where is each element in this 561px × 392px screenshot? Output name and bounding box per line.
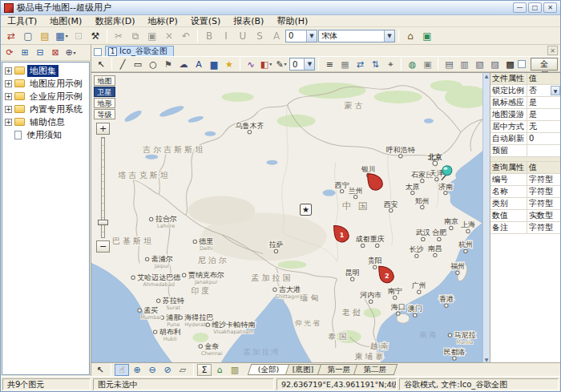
property-value[interactable]: 实数型 bbox=[527, 210, 560, 221]
picture-icon[interactable]: ▣ bbox=[420, 58, 434, 71]
property-value[interactable]: 字符型 bbox=[527, 174, 560, 185]
flip-h-icon[interactable]: ⇄ bbox=[353, 58, 367, 71]
property-value[interactable] bbox=[527, 145, 560, 156]
property-value[interactable]: 否▼ bbox=[527, 85, 560, 96]
tab-checkbox[interactable] bbox=[94, 48, 102, 56]
rect-tool-icon[interactable]: ▭ bbox=[131, 58, 145, 71]
zoom-slider[interactable] bbox=[101, 137, 105, 238]
line-tool-icon[interactable]: ╱ bbox=[115, 58, 130, 71]
tree-item-5[interactable]: 使用须知 bbox=[2, 128, 89, 141]
property-value[interactable]: 字符型 bbox=[527, 198, 560, 209]
close-button[interactable]: ✕ bbox=[543, 2, 557, 13]
view-rect-icon[interactable]: ▱ bbox=[176, 364, 190, 376]
menu-item-6[interactable]: 帮助(H) bbox=[270, 15, 314, 27]
navigate-icon[interactable]: ⌂ bbox=[212, 364, 227, 376]
layer-tab-0[interactable]: (全部) bbox=[248, 364, 290, 375]
scroll-up-icon[interactable]: ▲ bbox=[485, 73, 489, 79]
menu-item-0[interactable]: 工具(T) bbox=[1, 15, 43, 27]
star-tool-icon[interactable]: ★ bbox=[222, 58, 236, 71]
expand-icon[interactable]: + bbox=[5, 119, 12, 126]
expand-all-icon[interactable]: ⊕▾ bbox=[63, 46, 78, 59]
tree-item-2[interactable]: +企业应用示例 bbox=[2, 90, 89, 103]
property-value[interactable]: 无 bbox=[527, 121, 560, 132]
font-size-combo[interactable]: 0▼ bbox=[285, 30, 317, 42]
property-value[interactable]: 是 bbox=[527, 109, 560, 120]
expand-icon[interactable]: + bbox=[5, 106, 12, 113]
maximize-button[interactable]: □ bbox=[528, 2, 542, 13]
node-delete-icon[interactable]: ⊠ bbox=[48, 46, 63, 59]
export-image-icon[interactable]: ▣ bbox=[419, 29, 435, 43]
bring-front-icon[interactable]: ▤ bbox=[442, 58, 456, 71]
property-row-1[interactable]: 锁定比例否▼ bbox=[490, 85, 560, 97]
fullscreen-checkbox[interactable] bbox=[518, 60, 526, 68]
expand-icon[interactable]: + bbox=[5, 80, 12, 87]
property-row-5[interactable]: 自动刷新0 bbox=[490, 133, 560, 145]
pan-hand-icon[interactable]: ☝ bbox=[115, 364, 129, 376]
property-row-10[interactable]: 名称字符型 bbox=[490, 186, 560, 198]
panel-toggle-icon[interactable]: ⇄ bbox=[3, 29, 19, 43]
tree-item-3[interactable]: +内置专用系统 bbox=[2, 103, 89, 115]
line-style-icon[interactable]: ≡ bbox=[322, 58, 337, 71]
property-row-11[interactable]: 类别字符型 bbox=[490, 198, 560, 210]
zoom-out-icon[interactable]: ⊖ bbox=[145, 364, 159, 376]
menu-item-2[interactable]: 数据库(D) bbox=[88, 15, 141, 27]
scroll-down-icon[interactable]: ▼ bbox=[485, 357, 489, 362]
tree-refresh-icon[interactable]: ⟳ bbox=[2, 46, 17, 59]
pen-color-icon[interactable]: ✎▾ bbox=[274, 58, 289, 71]
property-row-6[interactable]: 预留 bbox=[490, 145, 560, 157]
pin-tool-icon[interactable]: ⚑ bbox=[161, 58, 176, 71]
map-type-2[interactable]: 地形 bbox=[94, 98, 115, 108]
flip-v-icon[interactable]: ⇅ bbox=[368, 58, 382, 71]
expand-icon[interactable]: + bbox=[5, 93, 12, 100]
home-icon[interactable]: ⌂ bbox=[402, 29, 418, 43]
menu-item-1[interactable]: 地图(M) bbox=[43, 15, 88, 27]
map-canvas[interactable]: 乌鲁木齐呼和浩特北京银川石家庄天津太原济南西宁兰州郑州西安成都重庆拉萨南京上海武… bbox=[91, 72, 482, 362]
chevron-down-icon[interactable]: ▼ bbox=[551, 86, 560, 95]
save-icon[interactable]: ▦▾ bbox=[54, 29, 70, 43]
zoom-minus-button[interactable]: − bbox=[96, 240, 110, 253]
select-cursor-icon[interactable]: ↖ bbox=[94, 58, 108, 71]
map-type-0[interactable]: 地图 bbox=[94, 75, 115, 86]
hatch-style-icon[interactable]: ▦ bbox=[337, 58, 352, 71]
stamp-tool-icon[interactable]: ⚒ bbox=[87, 29, 103, 43]
label-line-icon[interactable]: ∿ bbox=[244, 58, 258, 71]
globe-icon[interactable]: ◍ bbox=[405, 58, 419, 71]
send-back-icon[interactable]: ▥ bbox=[457, 58, 471, 71]
line-width-combo[interactable]: 0▼ bbox=[289, 58, 315, 71]
group-icon[interactable]: ▧ bbox=[472, 58, 486, 71]
layer-tab-3[interactable]: 第二层 bbox=[353, 364, 398, 375]
property-row-13[interactable]: 备注字符型 bbox=[490, 222, 560, 234]
fullscreen-button[interactable]: 全屏 bbox=[531, 58, 558, 71]
minimize-button[interactable]: — bbox=[513, 2, 527, 13]
fill-color-icon[interactable]: ◧▾ bbox=[259, 58, 273, 71]
chevron-down-icon[interactable]: ▼ bbox=[306, 30, 317, 42]
property-row-12[interactable]: 数值实数型 bbox=[490, 210, 560, 222]
node-edit-icon[interactable]: ⊟ bbox=[33, 46, 47, 59]
tree-item-0[interactable]: +地图集 bbox=[2, 64, 89, 77]
menu-item-4[interactable]: 设置(S) bbox=[184, 15, 228, 27]
tree-item-1[interactable]: +地图应用示例 bbox=[2, 77, 89, 90]
menu-item-5[interactable]: 报表(B) bbox=[227, 15, 270, 27]
open-folder-icon[interactable]: ▤ bbox=[37, 29, 53, 43]
menu-item-3[interactable]: 地标(P) bbox=[141, 15, 184, 27]
tab-close-icon[interactable]: ✕ bbox=[547, 46, 558, 55]
property-row-9[interactable]: 编号字符型 bbox=[490, 174, 560, 186]
zoom-slider-thumb[interactable] bbox=[98, 220, 108, 225]
map-tree[interactable]: +地图集+地图应用示例+企业应用示例+内置专用系统+辅助信息使用须知 bbox=[2, 62, 90, 375]
ungroup-icon[interactable]: ▨ bbox=[487, 58, 502, 71]
map-document-tab[interactable]: 1 Ico_谷歌全图 bbox=[105, 46, 174, 56]
text-tool-icon[interactable]: A bbox=[192, 58, 206, 71]
map-type-1[interactable]: 卫星 bbox=[94, 87, 115, 97]
zoom-in-icon[interactable]: ⊕ bbox=[130, 364, 144, 376]
map-cursor-icon[interactable]: ↖ bbox=[93, 364, 107, 376]
tree-item-4[interactable]: +辅助信息 bbox=[2, 115, 89, 128]
property-value[interactable]: 字符型 bbox=[527, 186, 560, 197]
property-value[interactable]: 0 bbox=[527, 133, 560, 144]
star-box-marker[interactable]: ★ bbox=[301, 204, 312, 216]
map-vertical-scrollbar[interactable]: ▲ ▼ bbox=[482, 72, 490, 362]
chevron-down-icon[interactable]: ▼ bbox=[304, 59, 314, 70]
property-value[interactable]: 是 bbox=[527, 97, 560, 108]
zoom-plus-button[interactable]: + bbox=[96, 123, 110, 135]
new-file-icon[interactable]: ▢ bbox=[20, 29, 36, 43]
property-row-2[interactable]: 鼠标感应是 bbox=[490, 97, 560, 109]
